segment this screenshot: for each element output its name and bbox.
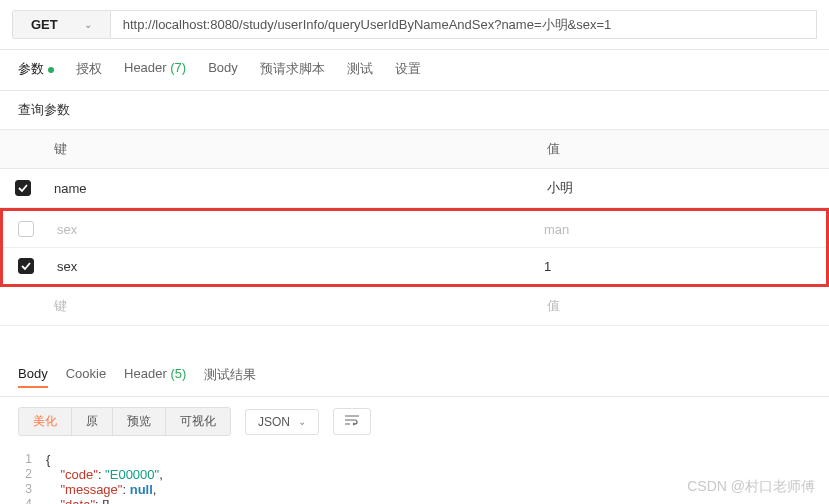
header-value: 值 — [539, 130, 829, 168]
response-tab-body[interactable]: Body — [18, 366, 48, 388]
tab-tests[interactable]: 测试 — [347, 60, 373, 84]
section-label: 查询参数 — [0, 91, 829, 129]
watermark: CSDN @村口老师傅 — [687, 478, 815, 496]
response-tab-header[interactable]: Header (5) — [124, 366, 186, 388]
beautify-button[interactable]: 美化 — [19, 408, 72, 435]
param-key-input[interactable]: sex — [49, 212, 536, 247]
params-header-row: 键 值 — [0, 129, 829, 169]
table-row[interactable]: sex 1 — [3, 248, 826, 284]
format-select[interactable]: JSON ⌄ — [245, 409, 319, 435]
url-input[interactable] — [111, 10, 817, 39]
chevron-down-icon: ⌄ — [298, 416, 306, 427]
table-row[interactable]: name 小明 — [0, 169, 829, 208]
tab-settings[interactable]: 设置 — [395, 60, 421, 84]
visualize-button[interactable]: 可视化 — [166, 408, 230, 435]
tab-header[interactable]: Header (7) — [124, 60, 186, 84]
active-dot-icon — [48, 67, 54, 73]
row-checkbox[interactable] — [18, 258, 34, 274]
view-mode-group: 美化 原 预览 可视化 — [18, 407, 231, 436]
tab-body[interactable]: Body — [208, 60, 238, 84]
param-key-placeholder[interactable]: 键 — [46, 287, 539, 325]
param-value-input[interactable]: 小明 — [539, 169, 829, 207]
param-key-input[interactable]: name — [46, 171, 539, 206]
table-row[interactable]: sex man — [3, 211, 826, 248]
tab-prerequest[interactable]: 预请求脚本 — [260, 60, 325, 84]
response-tab-results[interactable]: 测试结果 — [204, 366, 256, 388]
param-value-input[interactable]: 1 — [536, 249, 826, 284]
response-tabs: Body Cookie Header (5) 测试结果 — [0, 356, 829, 397]
highlight-box: sex man sex 1 — [0, 208, 829, 287]
row-checkbox[interactable] — [18, 221, 34, 237]
tab-auth[interactable]: 授权 — [76, 60, 102, 84]
http-method-select[interactable]: GET ⌄ — [12, 10, 111, 39]
request-tabs: 参数 授权 Header (7) Body 预请求脚本 测试 设置 — [0, 50, 829, 91]
table-row-new[interactable]: 键 值 — [0, 287, 829, 326]
preview-button[interactable]: 预览 — [113, 408, 166, 435]
header-key: 键 — [46, 130, 539, 168]
params-table: 键 值 name 小明 sex man — [0, 129, 829, 326]
wrap-lines-button[interactable] — [333, 408, 371, 435]
row-checkbox[interactable] — [15, 180, 31, 196]
method-text: GET — [31, 17, 58, 32]
raw-button[interactable]: 原 — [72, 408, 113, 435]
response-tab-cookie[interactable]: Cookie — [66, 366, 106, 388]
param-value-placeholder[interactable]: 值 — [539, 287, 829, 325]
param-key-input[interactable]: sex — [49, 249, 536, 284]
tab-params[interactable]: 参数 — [18, 60, 54, 84]
param-value-input[interactable]: man — [536, 212, 826, 247]
chevron-down-icon: ⌄ — [84, 19, 92, 30]
